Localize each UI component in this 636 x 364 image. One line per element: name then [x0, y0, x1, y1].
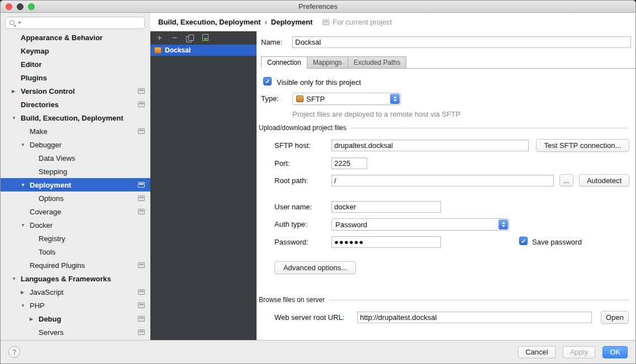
root-path-label: Root path:: [274, 176, 308, 185]
auth-type-select[interactable]: Password: [331, 218, 509, 231]
chevron-right-icon[interactable]: [12, 89, 21, 94]
sidebar-item-javascript[interactable]: JavaScript: [1, 285, 150, 299]
autodetect-button[interactable]: Autodetect: [579, 174, 629, 186]
section-divider: [329, 300, 629, 300]
import-server-button[interactable]: [200, 33, 210, 43]
sftp-host-input[interactable]: [331, 140, 529, 151]
server-list-panel: + − Docksal: [150, 31, 257, 340]
type-label: Type:: [261, 94, 279, 103]
visible-project-checkbox[interactable]: [263, 77, 272, 85]
sidebar-item-build-execution-deployment[interactable]: Build, Execution, Deployment: [1, 111, 150, 124]
per-project-icon: [138, 329, 145, 335]
sidebar-item-editor[interactable]: Editor: [1, 58, 150, 71]
per-project-icon: [138, 182, 145, 188]
sidebar-item-coverage[interactable]: Coverage: [1, 205, 150, 218]
user-name-label: User name:: [274, 203, 312, 211]
open-button[interactable]: Open: [601, 311, 629, 324]
section-divider: [351, 128, 629, 128]
per-project-icon: [138, 209, 145, 214]
password-input[interactable]: [331, 236, 441, 248]
sftp-icon: [296, 95, 303, 102]
test-sftp-connection-button[interactable]: Test SFTP connection...: [536, 139, 629, 152]
auth-type-value: Password: [335, 221, 367, 229]
sidebar-item-deployment[interactable]: Deployment: [1, 178, 150, 191]
sftp-host-label: SFTP host:: [274, 141, 311, 150]
ok-button[interactable]: OK: [602, 346, 628, 358]
section-upload-download: Upload/download project files: [259, 124, 629, 132]
help-button[interactable]: ?: [8, 346, 20, 358]
type-select[interactable]: SFTP: [292, 93, 401, 105]
sidebar-item-languages-frameworks[interactable]: Languages & Frameworks: [1, 272, 150, 285]
search-icon: [9, 20, 16, 27]
per-project-icon: [138, 316, 145, 322]
tab-excluded-paths[interactable]: Excluded Paths: [348, 56, 406, 69]
sidebar-item-data-views[interactable]: Data Views: [1, 151, 150, 165]
cancel-button[interactable]: Cancel: [518, 346, 555, 358]
sidebar-item-options[interactable]: Options: [1, 191, 150, 205]
per-project-icon: [138, 303, 145, 308]
sftp-server-icon: [154, 47, 162, 54]
sidebar-item-tools[interactable]: Tools: [1, 245, 150, 258]
sidebar-item-docker[interactable]: Docker: [1, 218, 150, 232]
sidebar-item-debug[interactable]: Debug: [1, 312, 150, 325]
password-label: Password:: [274, 238, 308, 246]
browse-root-button[interactable]: ...: [559, 174, 573, 186]
chevron-right-icon[interactable]: [21, 290, 30, 295]
save-password-label: Save password: [532, 238, 582, 246]
close-icon[interactable]: [6, 3, 12, 10]
breadcrumb-segment-deployment[interactable]: Deployment: [271, 18, 312, 26]
chevron-down-icon[interactable]: [12, 116, 21, 121]
section-browse-label: Browse files on server: [259, 296, 325, 304]
add-server-button[interactable]: +: [155, 33, 164, 43]
section-browse-files: Browse files on server: [259, 296, 629, 304]
sidebar-item-required-plugins[interactable]: Required Plugins: [1, 258, 150, 272]
remove-server-button[interactable]: −: [170, 33, 179, 43]
sidebar-item-stepping[interactable]: Stepping: [1, 165, 150, 178]
chevron-down-icon[interactable]: [21, 223, 30, 228]
preferences-window: Preferences Appearance & Behavior Keymap…: [0, 0, 636, 364]
user-name-input[interactable]: [331, 201, 441, 213]
name-input[interactable]: [292, 36, 631, 48]
sidebar-item-registry[interactable]: Registry: [1, 232, 150, 245]
minimize-icon[interactable]: [17, 3, 23, 10]
zoom-icon[interactable]: [28, 3, 35, 10]
per-project-icon: [138, 262, 145, 268]
apply-button[interactable]: Apply: [563, 346, 596, 358]
port-label: Port:: [274, 159, 289, 167]
settings-search-box[interactable]: [5, 17, 145, 29]
tab-connection[interactable]: Connection: [261, 56, 307, 69]
breadcrumb-separator-icon: ›: [260, 18, 270, 26]
server-list-item[interactable]: Docksal: [150, 45, 257, 56]
root-path-input[interactable]: [331, 175, 554, 186]
sidebar-item-appearance-behavior[interactable]: Appearance & Behavior: [1, 31, 150, 44]
sidebar-item-debugger[interactable]: Debugger: [1, 138, 150, 151]
chevron-down-icon[interactable]: [21, 142, 30, 147]
per-project-icon: [138, 88, 145, 94]
sidebar-item-make[interactable]: Make: [1, 124, 150, 138]
sidebar-item-directories[interactable]: Directories: [1, 98, 150, 111]
auth-type-label: Auth type:: [274, 220, 307, 228]
name-label: Name:: [261, 38, 282, 46]
section-upload-label: Upload/download project files: [259, 124, 347, 132]
chevron-down-icon[interactable]: [12, 276, 21, 281]
web-root-input[interactable]: [357, 312, 592, 323]
advanced-options-button[interactable]: Advanced options...: [274, 261, 356, 274]
chevron-down-icon[interactable]: [21, 303, 30, 308]
titlebar: Preferences: [1, 1, 635, 13]
sidebar-item-plugins[interactable]: Plugins: [1, 71, 150, 84]
save-password-checkbox[interactable]: [519, 237, 528, 245]
settings-sidebar: Appearance & Behavior Keymap Editor Plug…: [1, 13, 150, 340]
minus-icon: −: [172, 35, 177, 41]
per-project-icon: [138, 195, 145, 201]
sidebar-item-version-control[interactable]: Version Control: [1, 84, 150, 98]
sidebar-item-servers[interactable]: Servers: [1, 325, 150, 339]
chevron-down-icon[interactable]: [21, 183, 30, 188]
copy-server-button[interactable]: [185, 33, 194, 43]
breadcrumb-segment-build-execution-deployment[interactable]: Build, Execution, Deployment: [158, 18, 260, 26]
port-input[interactable]: [331, 157, 367, 169]
chevron-right-icon[interactable]: [30, 317, 39, 322]
sidebar-item-keymap[interactable]: Keymap: [1, 44, 150, 58]
search-input[interactable]: [23, 19, 141, 27]
sidebar-item-php[interactable]: PHP: [1, 299, 150, 312]
tab-mappings[interactable]: Mappings: [307, 56, 348, 69]
